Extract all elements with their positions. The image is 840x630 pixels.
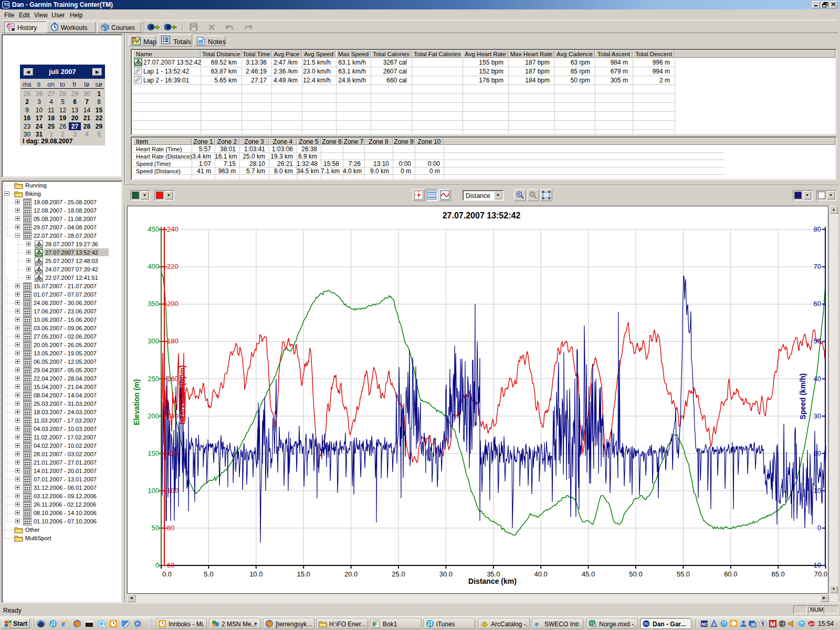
svg-text:15.0: 15.0 bbox=[297, 570, 310, 578]
svg-text:20.0: 20.0 bbox=[344, 570, 358, 578]
svg-text:60.0: 60.0 bbox=[724, 570, 737, 578]
svg-text:Speed (km/h): Speed (km/h) bbox=[799, 373, 807, 419]
svg-text:0: 0 bbox=[155, 561, 159, 569]
svg-text:250: 250 bbox=[148, 375, 159, 383]
svg-text:30.0: 30.0 bbox=[439, 570, 453, 578]
svg-text:100: 100 bbox=[148, 487, 159, 495]
svg-text:40: 40 bbox=[814, 375, 821, 383]
svg-text:300: 300 bbox=[148, 337, 159, 345]
svg-text:350: 350 bbox=[148, 300, 159, 308]
svg-text:150: 150 bbox=[148, 449, 159, 457]
svg-text:120: 120 bbox=[167, 449, 178, 457]
svg-text:180: 180 bbox=[167, 337, 178, 345]
svg-text:160: 160 bbox=[167, 375, 178, 383]
svg-text:50: 50 bbox=[152, 524, 159, 532]
svg-text:20: 20 bbox=[814, 449, 821, 457]
svg-text:80: 80 bbox=[814, 225, 821, 233]
svg-text:25.0: 25.0 bbox=[392, 570, 405, 578]
svg-text:60: 60 bbox=[167, 561, 174, 569]
svg-text:9: 9 bbox=[761, 621, 764, 627]
svg-text:55.0: 55.0 bbox=[677, 570, 690, 578]
svg-text:N: N bbox=[133, 38, 135, 41]
svg-text:70: 70 bbox=[814, 262, 821, 270]
svg-text:40.0: 40.0 bbox=[534, 570, 548, 578]
svg-text:5.0: 5.0 bbox=[204, 570, 213, 578]
svg-text:Elevation (m): Elevation (m) bbox=[132, 379, 141, 425]
svg-text:Heart Rate (bpm): Heart Rate (bpm) bbox=[178, 365, 186, 425]
svg-text:450: 450 bbox=[148, 225, 159, 233]
svg-text:100: 100 bbox=[167, 487, 178, 495]
svg-text:45.0: 45.0 bbox=[582, 570, 595, 578]
svg-text:e: e bbox=[535, 620, 539, 628]
svg-text:400: 400 bbox=[148, 262, 159, 270]
svg-text:50.0: 50.0 bbox=[629, 570, 642, 578]
svg-text:10.0: 10.0 bbox=[249, 570, 262, 578]
svg-text:NC: NC bbox=[701, 622, 708, 627]
svg-text:140: 140 bbox=[167, 412, 178, 420]
svg-text:200: 200 bbox=[167, 300, 178, 308]
svg-text:ATI: ATI bbox=[808, 622, 816, 626]
svg-text:M: M bbox=[770, 621, 775, 628]
svg-text:80: 80 bbox=[167, 524, 174, 532]
svg-text:65.0: 65.0 bbox=[772, 570, 785, 578]
svg-text:200: 200 bbox=[148, 412, 159, 420]
svg-text:-10: -10 bbox=[811, 561, 821, 569]
svg-text:0: 0 bbox=[817, 524, 821, 532]
svg-text:X: X bbox=[372, 621, 376, 627]
svg-text:70.0: 70.0 bbox=[814, 570, 827, 578]
svg-text:60: 60 bbox=[814, 300, 821, 308]
svg-text:50: 50 bbox=[814, 337, 821, 345]
svg-text:30: 30 bbox=[814, 412, 821, 420]
svg-text:e: e bbox=[61, 620, 65, 628]
svg-text:0.0: 0.0 bbox=[162, 570, 172, 578]
svg-text:Distance (km): Distance (km) bbox=[468, 577, 517, 585]
svg-text:220: 220 bbox=[167, 262, 178, 270]
svg-text:240: 240 bbox=[167, 225, 178, 233]
svg-text:TC: TC bbox=[644, 622, 649, 626]
svg-text:10: 10 bbox=[814, 487, 821, 495]
